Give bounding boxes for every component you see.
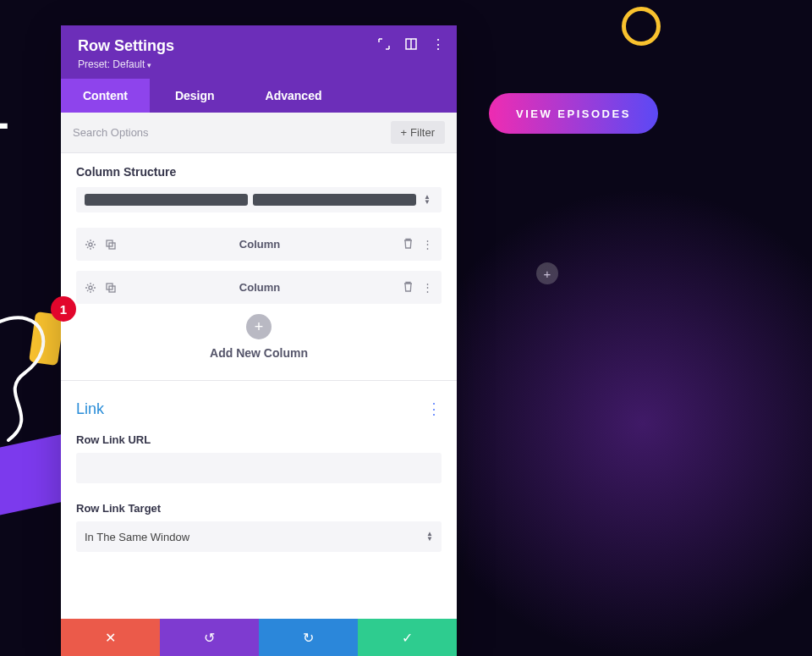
filter-button[interactable]: + Filter <box>391 121 445 144</box>
close-icon: ✕ <box>105 630 116 646</box>
column-structure-selector[interactable]: ▲▼ <box>76 187 442 212</box>
row-link-target-label: Row Link Target <box>76 502 442 515</box>
hero-heading-fragment: t L <box>0 85 9 140</box>
row-settings-modal: Row Settings Preset: Default ⋮ Content D… <box>61 25 457 656</box>
gear-icon[interactable] <box>85 239 96 251</box>
responsive-view-icon[interactable] <box>404 37 418 51</box>
modal-body[interactable]: Column Structure ▲▼ Column ⋮ Column <box>61 153 457 619</box>
column-structure-label: Column Structure <box>76 165 442 179</box>
undo-button[interactable]: ↺ <box>160 619 259 656</box>
more-icon[interactable]: ⋮ <box>422 281 433 294</box>
column-structure-bar <box>85 194 248 206</box>
modal-footer: ✕ ↺ ↻ ✓ <box>61 619 457 656</box>
section-divider <box>61 380 457 381</box>
svg-point-2 <box>89 243 92 246</box>
column-label: Column <box>117 281 403 294</box>
row-link-target-select[interactable]: In The Same Window <box>76 521 442 552</box>
cancel-button[interactable]: ✕ <box>61 619 160 656</box>
search-options-input[interactable]: Search Options <box>73 126 149 139</box>
check-icon: ✓ <box>402 630 413 646</box>
more-icon[interactable]: ⋮ <box>422 238 433 251</box>
trash-icon[interactable] <box>403 238 414 251</box>
decorative-ring <box>622 7 661 46</box>
add-new-column-label: Add New Column <box>210 346 308 360</box>
modal-header: Row Settings Preset: Default ⋮ <box>61 25 457 79</box>
expand-icon[interactable] <box>377 37 391 51</box>
tab-design[interactable]: Design <box>150 79 240 113</box>
tab-content[interactable]: Content <box>61 79 150 113</box>
column-item: Column ⋮ <box>76 228 442 261</box>
add-module-button[interactable]: + <box>536 262 558 284</box>
trash-icon[interactable] <box>403 281 414 294</box>
link-section-header: Link ⋮ <box>76 400 442 418</box>
plus-icon: + <box>401 126 408 139</box>
hero-paragraph-fragment: t amet, cfinibus e <box>0 216 9 252</box>
column-item: Column ⋮ <box>76 271 442 304</box>
row-link-url-label: Row Link URL <box>76 433 442 446</box>
more-options-icon[interactable]: ⋮ <box>431 37 445 51</box>
view-episodes-button[interactable]: VIEW EPISODES <box>489 93 658 134</box>
duplicate-icon[interactable] <box>105 282 117 294</box>
options-toolbar: Search Options + Filter <box>61 113 457 153</box>
add-new-column[interactable]: + Add New Column <box>76 314 442 360</box>
svg-point-5 <box>89 286 92 289</box>
column-structure-bar <box>253 194 416 206</box>
step-badge-1: 1 <box>51 296 76 322</box>
redo-icon: ↻ <box>303 630 314 646</box>
chevron-updown-icon: ▲▼ <box>421 195 433 205</box>
duplicate-icon[interactable] <box>105 239 117 251</box>
row-link-url-input[interactable] <box>76 453 442 483</box>
plus-circle-icon: + <box>246 314 272 339</box>
tab-advanced[interactable]: Advanced <box>240 79 348 113</box>
background-hero-text: t L t amet, cfinibus e <box>0 85 9 252</box>
row-link-target-select-wrap: In The Same Window ▲▼ <box>76 521 442 552</box>
settings-tabs: Content Design Advanced <box>61 79 457 113</box>
confirm-button[interactable]: ✓ <box>358 619 457 656</box>
plus-icon: + <box>544 267 551 281</box>
redo-button[interactable]: ↻ <box>259 619 358 656</box>
undo-icon: ↺ <box>204 630 215 646</box>
preset-selector[interactable]: Preset: Default <box>78 58 440 70</box>
link-section-more-icon[interactable]: ⋮ <box>426 400 442 418</box>
link-section-title[interactable]: Link <box>76 400 104 418</box>
column-label: Column <box>117 238 403 251</box>
gear-icon[interactable] <box>85 282 96 294</box>
